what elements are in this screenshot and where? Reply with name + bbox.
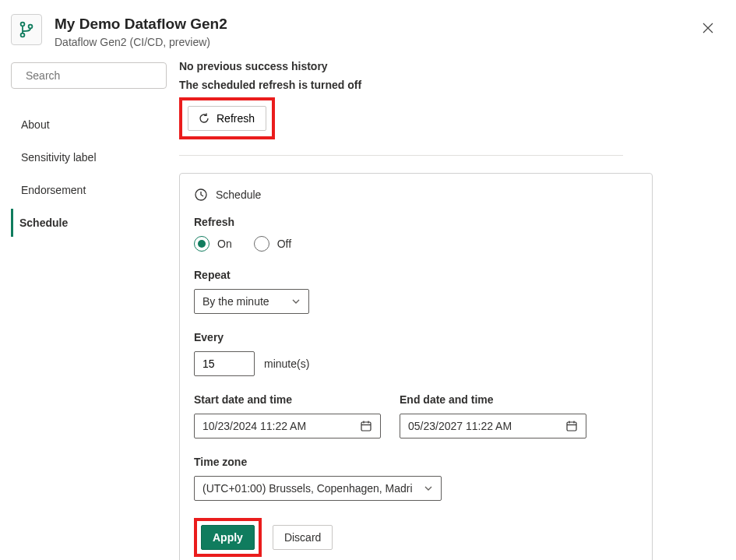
nav-item-schedule[interactable]: Schedule bbox=[11, 209, 167, 237]
divider bbox=[179, 155, 623, 156]
close-icon bbox=[702, 22, 714, 34]
timezone-value: (UTC+01:00) Brussels, Copenhagen, Madrid bbox=[202, 482, 413, 495]
search-input[interactable] bbox=[26, 69, 162, 82]
apply-highlight: Apply bbox=[194, 518, 262, 557]
refresh-radio-off[interactable]: Off bbox=[254, 236, 291, 252]
main-content: No previous success history The schedule… bbox=[167, 58, 725, 560]
repeat-select[interactable]: By the minute bbox=[194, 289, 309, 314]
start-date-value: 10/23/2024 11:22 AM bbox=[202, 420, 306, 432]
refresh-on-label: On bbox=[217, 238, 232, 250]
radio-checked-icon bbox=[194, 236, 210, 252]
refresh-highlight: Refresh bbox=[179, 97, 275, 139]
start-date-label: Start date and time bbox=[194, 393, 381, 406]
repeat-value: By the minute bbox=[202, 295, 269, 308]
search-input-wrap[interactable] bbox=[11, 62, 167, 89]
clock-icon bbox=[194, 188, 208, 202]
nav-item-sensitivity[interactable]: Sensitivity label bbox=[11, 143, 167, 171]
discard-button[interactable]: Discard bbox=[273, 525, 333, 550]
nav-item-endorsement[interactable]: Endorsement bbox=[11, 176, 167, 204]
sidebar: About Sensitivity label Endorsement Sche… bbox=[11, 58, 167, 560]
chevron-down-icon bbox=[424, 484, 433, 493]
refresh-button[interactable]: Refresh bbox=[188, 106, 266, 131]
every-input[interactable] bbox=[194, 351, 255, 376]
radio-unchecked-icon bbox=[254, 236, 269, 252]
repeat-label: Repeat bbox=[194, 269, 638, 281]
svg-rect-6 bbox=[567, 422, 576, 431]
refresh-off-message: The scheduled refresh is turned off bbox=[179, 79, 725, 91]
refresh-toggle-label: Refresh bbox=[194, 216, 638, 228]
no-history-message: No previous success history bbox=[179, 60, 725, 72]
chevron-down-icon bbox=[291, 297, 301, 306]
apply-button[interactable]: Apply bbox=[201, 525, 255, 550]
svg-point-0 bbox=[21, 23, 25, 26]
header-bar: My Demo Dataflow Gen2 Dataflow Gen2 (CI/… bbox=[0, 0, 736, 58]
timezone-label: Time zone bbox=[194, 456, 638, 468]
every-unit-label: minute(s) bbox=[264, 357, 309, 370]
start-date-input[interactable]: 10/23/2024 11:22 AM bbox=[194, 414, 381, 438]
schedule-card-title: Schedule bbox=[216, 188, 261, 201]
refresh-icon bbox=[198, 112, 210, 125]
page-title: My Demo Dataflow Gen2 bbox=[55, 14, 697, 34]
every-label: Every bbox=[194, 331, 638, 343]
nav-item-about[interactable]: About bbox=[11, 111, 167, 139]
svg-point-1 bbox=[21, 33, 25, 37]
end-date-label: End date and time bbox=[400, 393, 586, 406]
branch-icon bbox=[17, 20, 36, 39]
timezone-select[interactable]: (UTC+01:00) Brussels, Copenhagen, Madrid bbox=[194, 476, 442, 501]
refresh-radio-on[interactable]: On bbox=[194, 236, 232, 252]
end-date-input[interactable]: 05/23/2027 11:22 AM bbox=[400, 414, 586, 438]
schedule-card: Schedule Refresh On Off Repeat By the mi… bbox=[179, 173, 653, 560]
refresh-button-label: Refresh bbox=[217, 112, 255, 125]
refresh-off-label: Off bbox=[277, 238, 291, 250]
dataflow-logo bbox=[11, 14, 42, 45]
svg-point-2 bbox=[29, 25, 33, 29]
svg-rect-5 bbox=[361, 422, 371, 431]
refresh-radio-group: On Off bbox=[194, 236, 638, 252]
page-subtitle: Dataflow Gen2 (CI/CD, preview) bbox=[55, 36, 697, 48]
calendar-icon bbox=[360, 420, 372, 432]
end-date-value: 05/23/2027 11:22 AM bbox=[408, 420, 512, 432]
close-button[interactable] bbox=[697, 17, 719, 39]
calendar-icon bbox=[565, 420, 578, 432]
